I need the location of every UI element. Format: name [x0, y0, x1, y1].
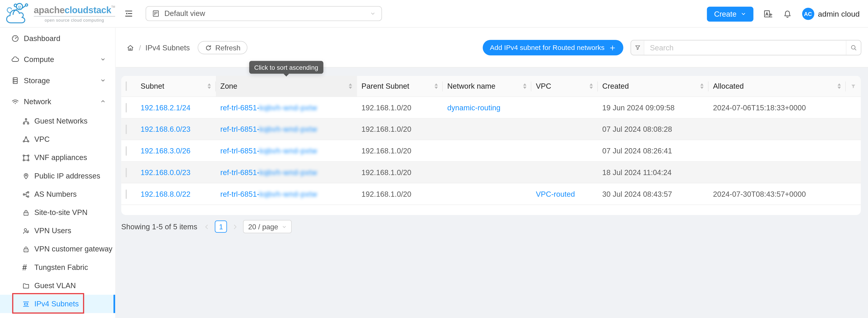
sort-icon — [700, 83, 704, 89]
sidebar-item-site-to-site-vpn[interactable]: Site-to-site VPN — [0, 203, 115, 222]
chevron-down-icon — [740, 11, 746, 17]
zone-link[interactable]: ref-trl-6851-kqbvh-wnd-pxtw — [220, 168, 317, 176]
cloudstack-app: apachecloudstackTM open source cloud com… — [0, 0, 868, 318]
zone-link[interactable]: ref-trl-6851-kqbvh-wnd-pxtw — [220, 147, 317, 155]
selected-item-indicator — [113, 295, 115, 313]
sidebar-item-guest-vlan[interactable]: Guest VLAN — [0, 277, 115, 295]
sort-icon — [837, 83, 841, 89]
subnet-link[interactable]: 192.168.6.0/23 — [141, 125, 190, 133]
sort-tooltip: Click to sort ascending — [249, 61, 323, 76]
table-row: 192.168.2.1/24 ref-trl-6851-kqbvh-wnd-px… — [121, 97, 861, 119]
vpc-link[interactable]: VPC-routed — [536, 190, 575, 198]
row-checkbox[interactable] — [126, 124, 127, 134]
network-link[interactable]: dynamic-routing — [447, 103, 500, 112]
sidebar-item-tungsten-fabric[interactable]: # Tungsten Fabric — [0, 258, 115, 277]
sidebar-item-network[interactable]: Network — [0, 91, 115, 112]
column-header-created[interactable]: Created — [598, 76, 709, 97]
redacted-zone-name: kqbvh-wnd-pxtw — [259, 190, 317, 198]
sidebar-item-compute[interactable]: Compute — [0, 49, 115, 70]
sidebar-item-guest-networks[interactable]: Guest Networks — [0, 112, 115, 130]
cloudstack-logo[interactable]: apachecloudstackTM open source cloud com… — [4, 2, 115, 26]
main-content: / IPv4 Subnets Refresh Add IPv4 subnet f… — [116, 28, 868, 318]
subnet-link[interactable]: 192.168.8.0/22 — [141, 190, 190, 198]
subnet-link[interactable]: 192.168.0.0/23 — [141, 168, 190, 176]
project-view-icon — [152, 9, 160, 18]
breadcrumb-current: IPv4 Subnets — [145, 44, 190, 52]
translate-icon[interactable] — [763, 9, 773, 19]
zone-link[interactable]: ref-trl-6851-kqbvh-wnd-pxtw — [220, 190, 317, 198]
chevron-up-icon — [100, 99, 106, 104]
menu-fold-icon[interactable] — [124, 9, 133, 18]
column-filter-icon[interactable] — [850, 83, 857, 89]
pagination: Showing 1-5 of 5 items 1 20 / page — [121, 219, 291, 234]
home-icon[interactable] — [126, 44, 134, 52]
tooltip-arrow — [283, 74, 289, 76]
toolbar-actions: Add IPv4 subnet for Routed networks — [483, 40, 861, 55]
next-page-icon[interactable] — [232, 224, 238, 230]
add-ipv4-subnet-button[interactable]: Add IPv4 subnet for Routed networks — [483, 40, 623, 55]
subnet-link[interactable]: 192.168.3.0/26 — [141, 147, 190, 155]
column-header-zone[interactable]: Zone — [216, 76, 357, 97]
border-corners-icon — [22, 154, 30, 162]
redacted-zone-name: kqbvh-wnd-pxtw — [259, 168, 317, 176]
table-row: 192.168.8.0/22 ref-trl-6851-kqbvh-wnd-px… — [121, 183, 861, 205]
row-checkbox[interactable] — [126, 168, 127, 177]
lock-icon — [22, 245, 30, 253]
user-name: admin cloud — [818, 9, 860, 18]
table-row: 192.168.6.0/23 ref-trl-6851-kqbvh-wnd-px… — [121, 119, 861, 140]
pagination-summary: Showing 1-5 of 5 items — [121, 223, 197, 231]
row-checkbox[interactable] — [126, 146, 127, 155]
page-number-1[interactable]: 1 — [215, 221, 227, 233]
user-menu[interactable]: AC admin cloud — [802, 8, 860, 20]
search-input[interactable] — [644, 40, 846, 55]
apartment-icon — [22, 117, 30, 125]
sidebar-item-ipv4-subnets[interactable]: IPv4 Subnets — [0, 295, 115, 313]
folder-icon — [22, 282, 30, 290]
storage-database-icon — [11, 76, 19, 84]
column-header-subnet[interactable]: Subnet — [136, 76, 216, 97]
breadcrumb: / IPv4 Subnets Refresh — [126, 41, 248, 54]
sidebar-item-vpn-customer-gateway[interactable]: VPN customer gateway — [0, 240, 115, 258]
chevron-down-icon — [281, 224, 286, 229]
reload-icon — [205, 44, 212, 51]
topbar-right-controls: Create AC admin cloud — [707, 0, 860, 28]
dashboard-gauge-icon — [11, 34, 19, 42]
notifications-bell-icon[interactable] — [782, 9, 792, 19]
view-select[interactable]: Default view — [146, 6, 382, 21]
sidebar-item-as-numbers[interactable]: AS Numbers — [0, 185, 115, 203]
row-checkbox[interactable] — [126, 103, 127, 112]
page-size-select[interactable]: 20 / page — [243, 220, 291, 233]
deployment-unit-icon — [22, 136, 30, 143]
sidebar-item-vpc[interactable]: VPC — [0, 130, 115, 148]
search-icon[interactable] — [846, 40, 861, 55]
sidebar-item-dashboard[interactable]: Dashboard — [0, 28, 115, 49]
refresh-button[interactable]: Refresh — [198, 41, 248, 54]
sidebar-item-storage[interactable]: Storage — [0, 70, 115, 91]
column-header-allocated[interactable]: Allocated — [709, 76, 846, 97]
redacted-zone-name: kqbvh-wnd-pxtw — [259, 147, 317, 155]
table-header-row: Subnet Zone — [121, 76, 861, 97]
user-switch-icon — [22, 227, 30, 235]
brand-tagline: open source cloud computing — [34, 18, 115, 23]
column-header-network-name[interactable]: Network name — [443, 76, 531, 97]
create-button[interactable]: Create — [707, 6, 753, 22]
sidebar-item-vnf-appliances[interactable]: VNF appliances — [0, 148, 115, 167]
column-header-vpc[interactable]: VPC — [531, 76, 598, 97]
redacted-zone-name: kqbvh-wnd-pxtw — [259, 125, 317, 133]
sort-icon — [434, 83, 438, 89]
zone-link[interactable]: ref-trl-6851-kqbvh-wnd-pxtw — [220, 103, 317, 112]
zone-link[interactable]: ref-trl-6851-kqbvh-wnd-pxtw — [220, 125, 317, 133]
chevron-down-icon — [370, 10, 376, 17]
subnet-link[interactable]: 192.168.2.1/24 — [141, 103, 190, 112]
search-filter-icon[interactable] — [631, 40, 644, 55]
column-header-parent-subnet[interactable]: Parent Subnet — [357, 76, 443, 97]
sidebar-item-public-ip[interactable]: Public IP addresses — [0, 167, 115, 185]
previous-page-icon[interactable] — [204, 224, 210, 230]
plus-icon — [609, 44, 616, 51]
row-checkbox[interactable] — [126, 189, 127, 199]
search-box — [630, 40, 861, 55]
select-all-checkbox-cell — [121, 76, 136, 97]
hash-icon: # — [22, 264, 30, 271]
select-all-checkbox[interactable] — [126, 81, 127, 91]
sidebar-item-vpn-users[interactable]: VPN Users — [0, 222, 115, 240]
